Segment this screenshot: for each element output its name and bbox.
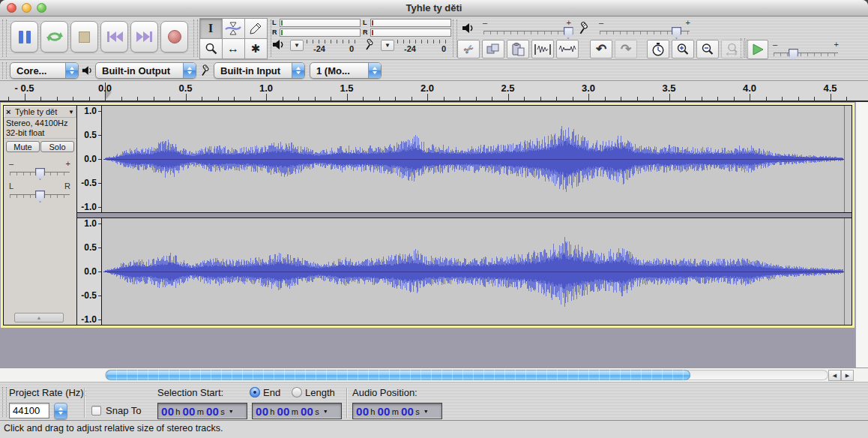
vertical-ruler-right-channel[interactable]: 1.00.50.0-0.5-1.0 — [77, 218, 102, 325]
track-gain-slider[interactable]: – + — [10, 164, 70, 179]
waveform-left-channel[interactable] — [102, 106, 852, 212]
hours-value[interactable]: 00 — [356, 405, 369, 418]
output-device-select[interactable]: Built-in Output — [95, 62, 196, 79]
playback-meter-right-bar[interactable] — [280, 28, 361, 37]
input-volume-thumb[interactable] — [672, 27, 681, 39]
recording-meter[interactable]: L R ▼ -24 0 — [363, 18, 451, 57]
mute-button[interactable]: Mute — [6, 141, 40, 152]
trim-audio-button[interactable] — [531, 40, 554, 58]
multi-tool-button[interactable]: ✱ — [244, 38, 268, 59]
hours-value[interactable]: 00 — [161, 405, 174, 418]
recording-meter-menu-button[interactable]: ▼ — [381, 40, 394, 51]
snap-to-checkbox[interactable] — [91, 406, 101, 416]
playback-speed-track[interactable] — [774, 52, 838, 56]
track-close-button[interactable]: × — [6, 108, 15, 116]
zoom-tool-button[interactable] — [199, 38, 223, 59]
track-gain-thumb[interactable] — [35, 168, 45, 180]
seconds-value[interactable]: 00 — [301, 405, 313, 418]
playback-meter-left-bar[interactable] — [280, 19, 361, 27]
playback-meter[interactable]: L R ▼ -24 0 — [272, 18, 361, 57]
transcription-toolbar-grip[interactable] — [741, 38, 745, 58]
selection-start-timefield[interactable]: 00h 00m 00s ▼ — [157, 403, 247, 419]
copy-button[interactable] — [482, 40, 504, 58]
record-button[interactable] — [160, 21, 188, 52]
track-collapse-button[interactable]: ▲ — [14, 313, 64, 322]
transport-toolbar-grip[interactable] — [2, 20, 7, 57]
scroll-left-button[interactable]: ◀ — [828, 370, 841, 381]
track-pan-track[interactable] — [10, 194, 70, 198]
output-volume-track[interactable] — [483, 31, 570, 34]
output-volume-slider[interactable]: – + — [483, 23, 570, 38]
loop-play-button[interactable] — [40, 21, 68, 52]
end-radio[interactable] — [250, 387, 260, 398]
selection-toolbar-grip[interactable] — [2, 387, 7, 417]
horizontal-scrollbar-thumb[interactable] — [106, 370, 690, 380]
audio-host-select[interactable]: Core... — [10, 62, 79, 79]
timeline-label: 4.5 — [823, 82, 837, 94]
zoom-window-button[interactable] — [37, 3, 46, 13]
horizontal-scrollbar[interactable]: ◀ ▶ — [0, 368, 868, 382]
tools-toolbar-grip[interactable] — [193, 20, 198, 57]
silence-audio-button[interactable] — [556, 40, 579, 58]
timer-clock-button[interactable] — [647, 40, 669, 58]
title-bar[interactable]: Tyhle ty děti — [0, 0, 868, 16]
vertical-ruler-left-channel[interactable]: 1.00.50.0-0.5-1.0 — [77, 106, 102, 212]
amplitude-label: 0.5 — [84, 130, 97, 140]
rewind-button[interactable] — [100, 21, 128, 52]
seconds-value[interactable]: 00 — [401, 405, 414, 418]
recording-meter-right-bar[interactable] — [370, 28, 451, 37]
meter-toolbar-grip[interactable] — [267, 20, 271, 57]
hours-value[interactable]: 00 — [256, 405, 268, 418]
scroll-right-button[interactable]: ▶ — [841, 370, 854, 381]
play-at-speed-button[interactable] — [747, 40, 768, 59]
selection-end-timefield[interactable]: 00h 00m 00s ▼ — [252, 403, 342, 419]
input-volume-slider[interactable]: – + — [600, 23, 690, 38]
playback-speed-slider[interactable]: – + — [774, 45, 838, 60]
zoom-out-button[interactable] — [696, 40, 719, 58]
device-toolbar-grip[interactable] — [2, 62, 7, 79]
pause-button[interactable] — [10, 21, 38, 52]
redo-button[interactable]: ↷ — [615, 40, 637, 58]
input-volume-track[interactable] — [600, 31, 690, 34]
track-gain-track[interactable] — [10, 172, 70, 176]
playback-speed-thumb[interactable] — [789, 49, 798, 61]
minutes-value[interactable]: 00 — [182, 405, 195, 418]
track-title-menu[interactable]: Tyhle ty dět — [15, 107, 68, 116]
timefield-format-arrow-icon[interactable]: ▼ — [229, 409, 234, 414]
paste-button[interactable] — [507, 40, 529, 58]
stop-button[interactable] — [70, 21, 98, 52]
playback-meter-menu-button[interactable]: ▼ — [290, 40, 304, 51]
stereo-channel-splitter[interactable] — [77, 212, 852, 218]
length-radio[interactable] — [292, 387, 302, 398]
timeshift-tool-button[interactable]: ↔ — [222, 38, 245, 59]
project-rate-input[interactable] — [9, 403, 49, 418]
minimize-window-button[interactable] — [22, 3, 31, 13]
vertical-scrollbar[interactable] — [855, 102, 868, 368]
skip-to-end-button[interactable] — [130, 21, 158, 52]
envelope-tool-button[interactable] — [222, 18, 245, 39]
audio-position-timefield[interactable]: 00h 00m 00s ▼ — [352, 403, 442, 419]
draw-tool-button[interactable] — [244, 18, 268, 39]
timeline-ruler[interactable]: - 0.50.00.51.01.52.02.53.03.54.04.5 — [0, 81, 868, 102]
cut-button[interactable]: ✄ — [457, 40, 480, 58]
recording-meter-left-bar[interactable] — [370, 19, 451, 27]
project-rate-stepper[interactable] — [54, 403, 67, 419]
track-pan-slider[interactable]: L R — [10, 187, 70, 202]
minutes-value[interactable]: 00 — [377, 405, 390, 418]
timefield-format-arrow-icon[interactable]: ▼ — [424, 409, 429, 414]
track-pan-thumb[interactable] — [35, 190, 45, 202]
minutes-value[interactable]: 00 — [277, 405, 289, 418]
track-menu-arrow-icon[interactable]: ▼ — [68, 109, 74, 116]
close-window-button[interactable] — [7, 3, 16, 13]
timefield-format-arrow-icon[interactable]: ▼ — [323, 409, 328, 414]
selection-tool-button[interactable]: I — [199, 18, 223, 39]
track-control-panel[interactable]: × Tyhle ty dět ▼ Stereo, 44100Hz 32-bit … — [4, 106, 77, 325]
output-volume-thumb[interactable] — [564, 27, 573, 39]
seconds-value[interactable]: 00 — [206, 405, 219, 418]
solo-button[interactable]: Solo — [40, 141, 74, 152]
input-channels-select[interactable]: 1 (Mo... — [310, 62, 382, 79]
zoom-in-button[interactable] — [672, 40, 694, 58]
undo-button[interactable]: ↶ — [590, 40, 612, 58]
input-device-select[interactable]: Built-in Input — [214, 62, 305, 79]
waveform-right-channel[interactable] — [102, 218, 852, 325]
